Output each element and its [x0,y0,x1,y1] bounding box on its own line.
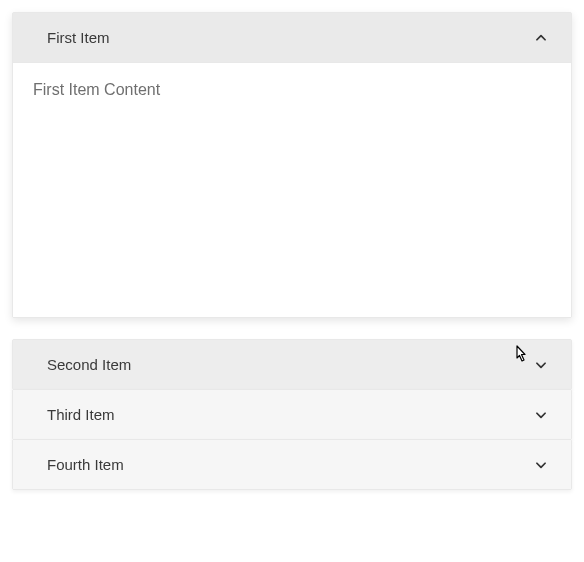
accordion-content-text: First Item Content [33,81,160,98]
accordion-item-fourth: Fourth Item [12,439,572,490]
chevron-down-icon [533,457,549,473]
accordion-title: Second Item [47,356,131,373]
accordion-header-fourth[interactable]: Fourth Item [13,440,571,489]
accordion-title: First Item [47,29,110,46]
accordion-title: Third Item [47,406,115,423]
accordion-header-third[interactable]: Third Item [13,390,571,439]
accordion-title: Fourth Item [47,456,124,473]
chevron-up-icon [533,30,549,46]
accordion-header-second[interactable]: Second Item [13,340,571,389]
accordion: First Item First Item Content Second Ite… [12,12,572,490]
accordion-item-first: First Item First Item Content [12,12,572,318]
accordion-content-first: First Item Content [13,62,571,317]
cursor-pointer-icon [511,343,531,367]
chevron-down-icon [533,357,549,373]
chevron-down-icon [533,407,549,423]
accordion-item-second: Second Item [12,339,572,390]
accordion-header-first[interactable]: First Item [13,13,571,62]
accordion-item-third: Third Item [12,389,572,440]
